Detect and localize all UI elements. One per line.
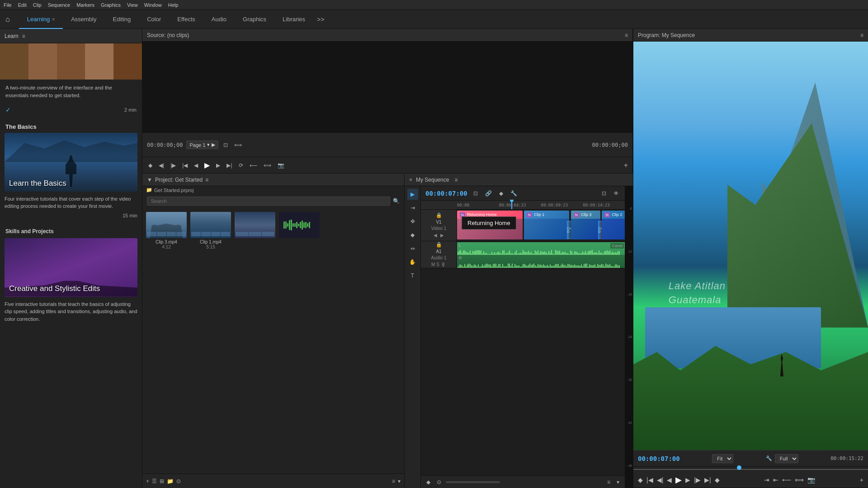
track-v1-lock-icon[interactable]: 🔒 — [436, 212, 442, 218]
timeline-snap-icon[interactable]: ⊡ — [472, 189, 479, 197]
program-lift-btn[interactable]: ⟵ — [782, 476, 791, 483]
source-camera[interactable]: 📷 — [276, 161, 286, 169]
program-wrench-icon[interactable]: 🔧 — [766, 455, 772, 461]
menu-clip[interactable]: Clip — [33, 2, 42, 8]
tab-editing[interactable]: Editing — [104, 10, 139, 29]
menu-file[interactable]: File — [4, 2, 12, 8]
source-fit-icon[interactable]: ⊡ — [222, 141, 229, 149]
clip-clip2-timeline[interactable]: fx Clip 2 — [602, 211, 625, 239]
program-fit-selector[interactable]: Fit — [712, 454, 733, 463]
menu-view[interactable]: View — [127, 2, 138, 8]
track-v1-next[interactable]: ▶ — [439, 232, 445, 238]
project-settings-icon[interactable]: ⊙ — [176, 478, 181, 484]
page-selector[interactable]: Page 1 ▾ ▶ — [186, 141, 218, 149]
timeline-zoom-bar[interactable] — [446, 481, 500, 483]
program-mark-in-btn[interactable]: ◆ — [638, 476, 643, 483]
source-next-edit[interactable]: ▶| — [225, 161, 233, 169]
program-full-selector[interactable]: Full — [775, 454, 798, 463]
project-search-input[interactable] — [147, 197, 390, 206]
track-a1-m[interactable]: M — [431, 262, 435, 267]
tool-type[interactable]: T — [407, 270, 418, 281]
track-v1-prev[interactable]: ◀ — [433, 232, 438, 238]
source-mark-next[interactable]: |▶ — [169, 161, 177, 169]
home-icon[interactable]: ⌂ — [5, 15, 10, 23]
page-forward-icon[interactable]: ▶ — [212, 142, 215, 148]
clip-thumb-audio[interactable] — [279, 212, 320, 249]
project-list-icon[interactable]: ☰ — [152, 478, 157, 484]
program-prev-mark-btn[interactable]: |◀ — [646, 476, 653, 483]
menu-sequence[interactable]: Sequence — [48, 2, 71, 8]
program-step-fwd-btn[interactable]: |▶ — [694, 476, 701, 483]
tab-audio[interactable]: Audio — [203, 10, 235, 29]
clip-clip1[interactable]: fx Clip 1 — [524, 211, 569, 239]
source-expand-icon[interactable]: ⟺ — [233, 141, 243, 149]
timeline-mark-in[interactable]: ◆ — [425, 478, 432, 486]
program-ffwd-btn[interactable]: ▶ — [685, 476, 690, 483]
project-overflow-icon[interactable]: ≡ — [392, 478, 395, 484]
tab-graphics[interactable]: Graphics — [235, 10, 274, 29]
program-mark-out-btn[interactable]: ◆ — [715, 476, 720, 483]
clip-thumb-clip3[interactable]: Clip 3.mp4 4:12 — [146, 212, 187, 249]
program-prev-frame-btn[interactable]: ⇥ — [764, 476, 769, 483]
tab-assembly[interactable]: Assembly — [63, 10, 104, 29]
source-mark-prev[interactable]: ◀| — [157, 161, 165, 169]
source-overwrite[interactable]: ⟺ — [262, 161, 273, 169]
source-mark-in[interactable]: ◆ — [147, 161, 154, 169]
track-a1-mic-icon[interactable]: 🎙 — [441, 262, 446, 268]
clip-clip3-timeline[interactable]: fx Clip 3 — [571, 211, 600, 239]
timeline-wrench-icon[interactable]: 🔧 — [509, 189, 519, 197]
menu-edit[interactable]: Edit — [18, 2, 27, 8]
tab-learning[interactable]: Learning ≡ — [19, 10, 63, 29]
program-next-mark-btn[interactable]: ▶| — [704, 476, 711, 483]
sequence-tab-close[interactable]: × — [409, 177, 412, 183]
tab-libraries[interactable]: Libraries — [274, 10, 313, 29]
program-rewind-btn[interactable]: ◀ — [667, 476, 672, 483]
tool-slip[interactable]: ⇔ — [407, 243, 418, 254]
creative-edits-card[interactable]: Creative and Stylistic Edits Five intera… — [5, 238, 137, 325]
menu-markers[interactable]: Markers — [76, 2, 94, 8]
source-monitor-menu-icon[interactable]: ≡ — [625, 32, 628, 38]
timeline-link-icon[interactable]: 🔗 — [484, 189, 493, 197]
timeline-eye-icon[interactable]: 👁 — [612, 189, 620, 197]
timeline-chevron-down[interactable]: ▾ — [615, 478, 621, 486]
timeline-overflow-btn[interactable]: ≡ — [605, 478, 612, 486]
source-play-btn[interactable]: ▶ — [203, 160, 211, 170]
tool-move[interactable]: ✥ — [407, 216, 418, 227]
timeline-start-icon[interactable]: ⊙ — [435, 478, 443, 486]
tab-color[interactable]: Color — [139, 10, 169, 29]
program-next-frame-btn[interactable]: ⇤ — [773, 476, 778, 483]
menu-graphics[interactable]: Graphics — [101, 2, 121, 8]
project-chevron-icon[interactable]: ▾ — [398, 478, 401, 484]
clip-thumb-clip2[interactable] — [235, 212, 275, 249]
source-step-fwd[interactable]: ▶ — [215, 161, 222, 169]
learn-menu-icon[interactable]: ≡ — [22, 33, 25, 39]
source-step-back[interactable]: ◀ — [193, 161, 199, 169]
nav-overflow-button[interactable]: >> — [313, 16, 328, 23]
program-add-btn[interactable]: + — [860, 476, 863, 483]
tool-razor[interactable]: ◆ — [407, 230, 418, 240]
track-a1-lock-icon[interactable]: 🔒 — [436, 242, 442, 248]
tool-ripple[interactable]: ⇥ — [407, 202, 418, 213]
source-insert[interactable]: ⟵ — [248, 161, 259, 169]
tab-effects[interactable]: Effects — [169, 10, 203, 29]
menu-window[interactable]: Window — [144, 2, 162, 8]
project-grid-icon[interactable]: ⊞ — [160, 478, 164, 484]
program-step-back-btn[interactable]: ◀| — [657, 476, 664, 483]
program-extract-btn[interactable]: ⟺ — [795, 476, 804, 483]
audio-second-clip[interactable]: R — [457, 255, 625, 268]
track-a1-s[interactable]: S — [436, 262, 439, 267]
program-monitor-menu-icon[interactable]: ≡ — [860, 32, 863, 38]
tool-hand[interactable]: ✋ — [407, 257, 418, 267]
program-play-btn[interactable]: ▶ — [675, 475, 682, 485]
timeline-add-mark-icon[interactable]: ◆ — [498, 189, 505, 197]
project-menu-icon[interactable]: ≡ — [205, 177, 208, 183]
clip-thumb-clip1[interactable]: Clip 1.mp4 5:15 — [190, 212, 231, 249]
program-camera-btn[interactable]: 📷 — [807, 476, 815, 483]
source-prev-edit[interactable]: |◀ — [181, 161, 189, 169]
tool-select[interactable]: ▶ — [407, 189, 418, 200]
learn-basics-card[interactable]: Learn the Basics Four interactive tutori… — [5, 133, 137, 222]
intro-card[interactable]: A two-minute overview of the interface a… — [0, 43, 142, 118]
source-loop[interactable]: ⟳ — [237, 161, 245, 169]
timeline-clip-icon[interactable]: ⊡ — [600, 189, 608, 197]
sequence-menu-icon[interactable]: ≡ — [454, 177, 458, 183]
